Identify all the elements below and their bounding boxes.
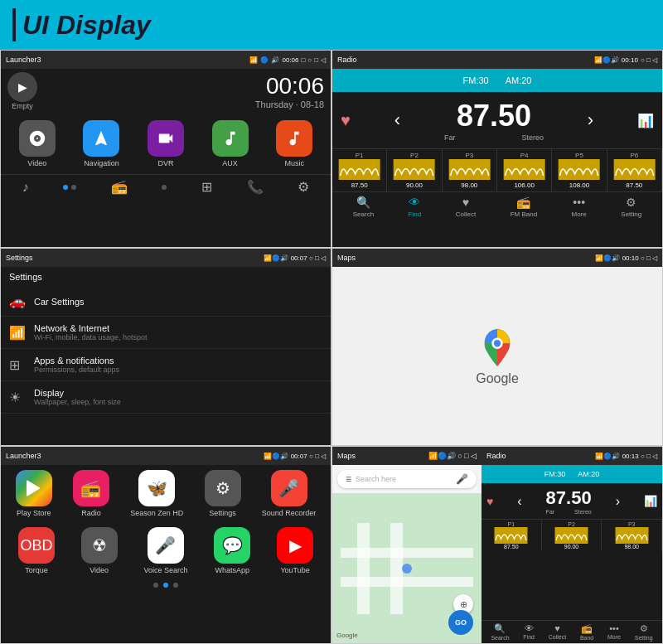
split-radio-icons: 📶🔵🔊 00:13 ○ □ ◁: [595, 453, 657, 460]
split-preset-3[interactable]: P3 98.00: [602, 520, 662, 551]
grid-icon[interactable]: ⊞: [201, 179, 212, 195]
hamburger-icon: ≡: [346, 473, 351, 485]
settings-icon[interactable]: ⚙: [298, 179, 309, 195]
split-radio-app: Radio: [486, 452, 506, 460]
go-button[interactable]: GO: [448, 610, 473, 635]
app-playstore[interactable]: Play Store: [16, 470, 52, 517]
app-video2[interactable]: ☢ Video: [81, 527, 118, 574]
svg-rect-11: [357, 523, 370, 614]
settings-network[interactable]: 📶 Network & Internet Wi-Fi, mobile, data…: [1, 317, 331, 349]
split-radio-header: FM:30 AM:20: [482, 465, 662, 483]
app-torque[interactable]: OBD Torque: [18, 527, 55, 574]
svg-point-9: [494, 340, 501, 346]
app-icon-whatsapp: 💬: [214, 527, 250, 564]
app-label-aux: AUX: [222, 159, 238, 167]
split-next-btn[interactable]: ›: [616, 494, 620, 509]
settings-apps-sub: Permissions, default apps: [34, 366, 119, 374]
app-dvr[interactable]: DVR: [148, 120, 184, 167]
more-btn[interactable]: ••• More: [572, 196, 587, 218]
music-icon[interactable]: ♪: [22, 180, 29, 195]
equalizer-icon[interactable]: 📊: [637, 113, 654, 128]
app-icon-music: [276, 120, 312, 157]
svg-rect-13: [341, 548, 473, 558]
app-radio[interactable]: 📻 Radio: [73, 470, 109, 517]
app-navigation[interactable]: Navigation: [83, 120, 119, 167]
play-button[interactable]: ▶: [7, 72, 37, 102]
settings-car[interactable]: 🚗 Car Settings: [1, 287, 331, 317]
app-music[interactable]: Music: [276, 120, 312, 167]
preset-5[interactable]: P5 108.00: [552, 149, 607, 191]
app-name-4: Maps: [337, 254, 356, 262]
split-setting-btn[interactable]: ⚙Setting: [635, 623, 653, 641]
frequency-value: 87.50: [444, 99, 544, 133]
header: UI Display: [0, 0, 663, 50]
app-icon-aux: [212, 120, 249, 157]
split-find-btn[interactable]: 👁Find: [523, 623, 535, 641]
svg-point-15: [402, 564, 412, 574]
next-button[interactable]: ›: [588, 109, 593, 131]
preset-1[interactable]: P1 87.50: [332, 149, 387, 191]
mic-icon[interactable]: 🎤: [456, 473, 468, 485]
app-whatsapp[interactable]: 💬 WhatsApp: [214, 527, 250, 574]
status-bar-5: Launcher3 📶🔵🔊 00:07 ○ □ ◁: [1, 447, 331, 465]
settings-network-sub: Wi-Fi, mobile, data usage, hotspot: [34, 333, 148, 341]
app-name-5: Launcher3: [6, 452, 41, 460]
settings-display[interactable]: ☀ Display Wallpaper, sleep, font size: [1, 381, 331, 414]
app-youtube[interactable]: ▶ YouTube: [277, 527, 313, 574]
preset-3[interactable]: P3 98.00: [443, 149, 497, 191]
split-eq-icon[interactable]: 📊: [644, 495, 657, 507]
app-aux[interactable]: AUX: [212, 120, 249, 167]
status-bar-1: Launcher3 📶🔵🔊 00:06 □○□◁: [1, 51, 331, 69]
panel-split: Maps 📶🔵🔊 ○ □ ◁ ≡ Search here 🎤 ⊕: [332, 446, 663, 644]
app-settings2[interactable]: ⚙ Settings: [205, 470, 241, 517]
split-more-btn[interactable]: •••More: [607, 623, 621, 641]
app-soundrecorder[interactable]: 🎤 Sound Recorder: [262, 470, 317, 517]
panel-launcher2: Launcher3 📶🔵🔊 00:07 ○ □ ◁ Play Store 📻 R…: [0, 446, 332, 644]
radio-icon[interactable]: 📻: [111, 179, 128, 195]
preset-4[interactable]: P4 106.00: [497, 149, 552, 191]
prev-button[interactable]: ‹: [394, 109, 400, 131]
app-label-radio: Radio: [81, 509, 101, 517]
app-label-playstore: Play Store: [17, 509, 51, 517]
find-btn[interactable]: 👁 Find: [409, 196, 422, 218]
app-name-3: Settings: [6, 254, 33, 262]
split-preset-1[interactable]: P1 87.50: [482, 520, 542, 551]
split-prev-btn[interactable]: ‹: [517, 494, 521, 509]
split-maps-app: Maps: [337, 452, 356, 460]
phone-icon[interactable]: 📞: [247, 179, 264, 195]
app-video[interactable]: Video: [19, 120, 56, 167]
app-icon-seasonzen: 🦋: [138, 470, 175, 506]
maps-search-bar[interactable]: ≡ Search here 🎤: [337, 470, 477, 488]
app-icon-video2: ☢: [81, 527, 118, 564]
settings-apps[interactable]: ⊞ Apps & notifications Permissions, defa…: [1, 349, 331, 381]
app-label-youtube: YouTube: [280, 566, 309, 574]
collect-btn[interactable]: ♥ Collect: [456, 196, 476, 218]
app-label-video: Video: [27, 159, 46, 167]
app-seasonzen[interactable]: 🦋 Season Zen HD: [130, 470, 183, 517]
split-collect-btn[interactable]: ♥Collect: [549, 623, 566, 641]
page-dots-2: [162, 185, 167, 190]
favorite-button[interactable]: ♥: [341, 111, 351, 130]
status-icons-2: 📶🔵🔊 00:10 ○ □ ◁: [594, 56, 657, 64]
preset-6[interactable]: P6 87.50: [607, 149, 662, 191]
status-icons-4: 📶🔵🔊 00:10 ○ □ ◁: [595, 254, 657, 262]
fm-band-btn[interactable]: 📻 FM Band: [511, 196, 537, 218]
split-preset-2[interactable]: P2 90.00: [542, 520, 603, 551]
search-btn[interactable]: 🔍 Search: [353, 196, 374, 218]
preset-2[interactable]: P2 90.00: [387, 149, 442, 191]
setting-btn[interactable]: ⚙ Setting: [621, 196, 641, 218]
split-heart-btn[interactable]: ♥: [486, 495, 493, 508]
app-icon-nav: [83, 120, 119, 157]
app-label-whatsapp: WhatsApp: [215, 566, 250, 574]
date-display: Thursday · 08-18: [255, 99, 324, 109]
split-search-btn[interactable]: 🔍Search: [491, 623, 509, 641]
split-band-btn[interactable]: 📻Band: [580, 623, 593, 641]
page-dots-3: [1, 579, 331, 591]
app-grid-row1: Play Store 📻 Radio 🦋 Season Zen HD ⚙ Set…: [1, 465, 331, 522]
settings-apps-text: Apps & notifications Permissions, defaul…: [34, 356, 119, 374]
launcher-top: ▶ Empty 00:06 Thursday · 08-18: [1, 69, 331, 114]
frequency-display: 87.50 Far Stereo: [444, 99, 544, 142]
app-voicesearch[interactable]: 🎤 Voice Search: [143, 527, 187, 574]
radio-main: ♥ ‹ 87.50 Far Stereo › 📊: [332, 92, 662, 148]
car-icon: 🚗: [9, 293, 26, 309]
